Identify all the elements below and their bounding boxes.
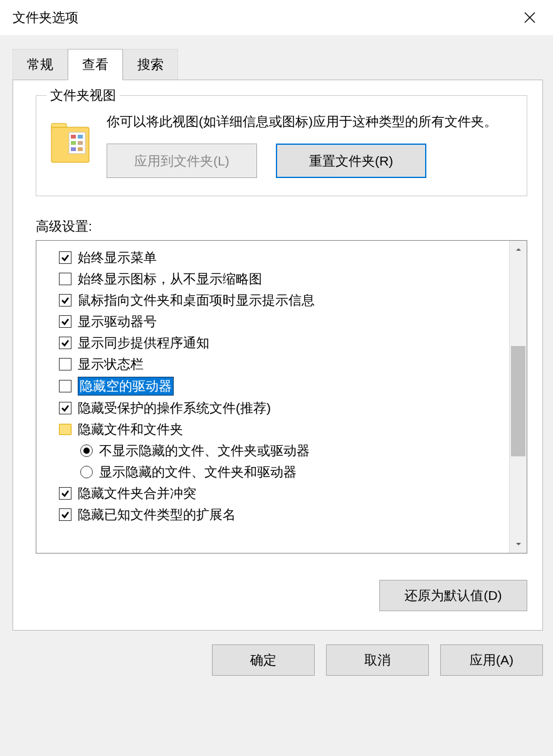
- list-item[interactable]: 鼠标指向文件夹和桌面项时显示提示信息: [41, 290, 504, 311]
- tab-general[interactable]: 常规: [13, 49, 68, 80]
- reset-folders-button[interactable]: 重置文件夹(R): [276, 144, 426, 179]
- list-item[interactable]: 隐藏已知文件类型的扩展名: [41, 504, 504, 525]
- list-item[interactable]: 显示隐藏的文件、文件夹和驱动器: [41, 461, 504, 483]
- list-item-label: 显示状态栏: [78, 355, 144, 373]
- close-button[interactable]: [517, 4, 543, 31]
- advanced-settings-list: 始终显示菜单 始终显示图标，从不显示缩略图 鼠标指向文件夹和桌面项时显示提示信息…: [36, 240, 527, 554]
- list-item[interactable]: 显示状态栏: [41, 354, 504, 375]
- checkbox-icon[interactable]: [59, 337, 71, 349]
- svg-rect-6: [78, 141, 83, 145]
- list-item[interactable]: 隐藏文件和文件夹: [41, 419, 504, 440]
- list-item-label: 隐藏文件夹合并冲突: [78, 485, 196, 502]
- apply-button[interactable]: 应用(A): [440, 644, 543, 676]
- list-item-label: 显示驱动器号: [78, 313, 157, 330]
- list-item[interactable]: 不显示隐藏的文件、文件夹或驱动器: [41, 440, 504, 461]
- tab-content-view: 文件夹视图 你可以将此视图(如详细信息或图标)应用于这种类型的所有文件夹。 应用…: [13, 80, 543, 631]
- list-item-label: 鼠标指向文件夹和桌面项时显示提示信息: [78, 291, 315, 309]
- folder-icon: [50, 121, 90, 165]
- window-title: 文件夹选项: [13, 9, 78, 26]
- radio-icon[interactable]: [80, 466, 93, 478]
- svg-rect-8: [78, 147, 83, 151]
- checkbox-icon[interactable]: [59, 358, 71, 370]
- scroll-up-button[interactable]: [510, 241, 527, 258]
- chevron-up-icon: [515, 246, 522, 253]
- checkbox-icon[interactable]: [59, 294, 71, 307]
- list-item-label: 始终显示菜单: [78, 249, 157, 266]
- list-item[interactable]: 始终显示图标，从不显示缩略图: [41, 268, 504, 290]
- titlebar: 文件夹选项: [0, 0, 553, 35]
- list-item-label: 隐藏文件和文件夹: [78, 421, 183, 438]
- scroll-down-button[interactable]: [510, 535, 527, 553]
- checkbox-icon[interactable]: [59, 315, 71, 328]
- folder-view-description: 你可以将此视图(如详细信息或图标)应用于这种类型的所有文件夹。: [107, 111, 513, 132]
- checkbox-icon[interactable]: [59, 251, 71, 264]
- checkbox-icon[interactable]: [59, 380, 71, 392]
- scrollbar[interactable]: [509, 241, 527, 553]
- apply-to-folders-button: 应用到文件夹(L): [107, 144, 257, 179]
- checkbox-icon[interactable]: [59, 487, 71, 500]
- list-item[interactable]: 显示驱动器号: [41, 311, 504, 332]
- restore-defaults-button[interactable]: 还原为默认值(D): [379, 580, 527, 611]
- list-item-label: 始终显示图标，从不显示缩略图: [78, 270, 262, 288]
- dialog-button-row: 确定 取消 应用(A): [0, 631, 553, 676]
- chevron-down-icon: [515, 541, 522, 547]
- list-item-label: 显示同步提供程序通知: [78, 334, 209, 352]
- list-item-label: 显示隐藏的文件、文件夹和驱动器: [99, 463, 297, 481]
- list-item-label: 隐藏空的驱动器: [78, 377, 174, 396]
- list-item-label: 不显示隐藏的文件、文件夹或驱动器: [99, 442, 310, 459]
- svg-rect-7: [71, 147, 76, 151]
- radio-icon[interactable]: [80, 444, 93, 457]
- tab-bar: 常规 查看 搜索: [0, 35, 553, 80]
- checkbox-icon[interactable]: [59, 273, 71, 285]
- scroll-thumb[interactable]: [511, 346, 525, 456]
- svg-rect-3: [71, 135, 76, 139]
- ok-button[interactable]: 确定: [212, 644, 315, 676]
- list-item[interactable]: 显示同步提供程序通知: [41, 332, 504, 354]
- list-item[interactable]: 隐藏文件夹合并冲突: [41, 483, 504, 504]
- cancel-button[interactable]: 取消: [326, 644, 429, 676]
- folder-view-legend: 文件夹视图: [46, 87, 120, 104]
- list-item[interactable]: 隐藏空的驱动器: [41, 375, 504, 397]
- list-item-label: 隐藏已知文件类型的扩展名: [78, 506, 236, 523]
- checkbox-icon[interactable]: [59, 402, 71, 414]
- list-item[interactable]: 始终显示菜单: [41, 247, 504, 268]
- checkbox-icon[interactable]: [59, 508, 71, 521]
- folder-view-group: 文件夹视图 你可以将此视图(如详细信息或图标)应用于这种类型的所有文件夹。 应用…: [36, 95, 527, 196]
- tab-search[interactable]: 搜索: [123, 49, 178, 80]
- tab-view[interactable]: 查看: [68, 49, 123, 80]
- folder-icon: [59, 424, 71, 435]
- close-icon: [524, 12, 535, 23]
- list-item[interactable]: 隐藏受保护的操作系统文件(推荐): [41, 397, 504, 419]
- list-item-label: 隐藏受保护的操作系统文件(推荐): [78, 399, 271, 417]
- advanced-settings-label: 高级设置:: [36, 218, 527, 235]
- svg-rect-4: [78, 135, 83, 139]
- svg-rect-5: [71, 141, 76, 145]
